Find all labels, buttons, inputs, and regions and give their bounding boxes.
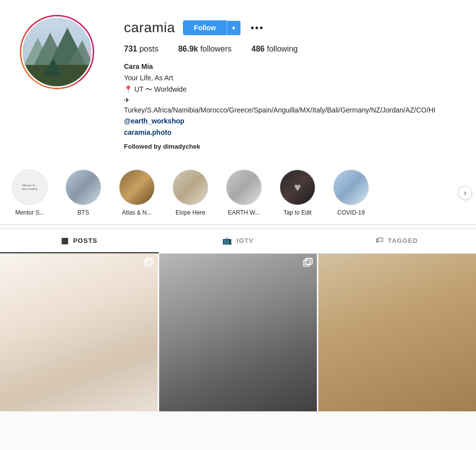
grid-item-g1[interactable] (0, 254, 158, 411)
followers-label: followers (200, 45, 232, 53)
followers-count: 86.9k (178, 45, 198, 53)
follow-button[interactable]: Follow (183, 20, 227, 35)
posts-label: posts (139, 45, 158, 53)
svg-rect-10 (146, 259, 152, 265)
svg-point-7 (50, 63, 56, 69)
photo-grid (0, 254, 476, 411)
following-count: 486 (251, 45, 265, 53)
highlight-circle-covid (333, 169, 369, 205)
highlight-label-edit: Tap to Edit (284, 209, 312, 216)
profile-header: caramia Follow ▾ ••• (124, 20, 466, 36)
following-label: following (267, 45, 298, 53)
avatar (21, 16, 93, 88)
followed-by: Followed by dimadychek (124, 142, 466, 152)
bio-travel: ✈ Turkey/S.Africa/Namibia/Morocco/Greece… (124, 96, 382, 115)
highlight-item-earth[interactable]: EARTH W... (224, 169, 264, 216)
mention-link[interactable]: @earth_workshop (124, 117, 184, 125)
highlight-image-mentor: Mentor S...text content (12, 170, 47, 205)
posts-stat[interactable]: 731 posts (124, 45, 158, 54)
highlight-circle-mentor: Mentor S...text content (12, 169, 48, 205)
highlight-label-earth: EARTH W... (228, 209, 260, 216)
tab-label-tagged: TAGGED (388, 237, 418, 244)
highlights-container: Mentor S...text contentMentor S...BTSAtl… (10, 169, 371, 216)
multi-post-icon-g2 (303, 258, 313, 268)
highlight-label-elope: Elope Here (176, 209, 205, 216)
highlight-item-bts[interactable]: BTS (63, 169, 103, 216)
bio-location: 📍 UT 〜 Worldwide (124, 84, 466, 95)
svg-rect-8 (50, 69, 55, 75)
action-buttons: Follow ▾ (183, 20, 240, 35)
grid-item-g2[interactable] (159, 254, 317, 411)
highlight-item-mentor[interactable]: Mentor S...text contentMentor S... (10, 169, 50, 216)
avatar-image (23, 18, 91, 86)
avatar-ring[interactable] (20, 15, 94, 89)
multi-post-icon-g1 (144, 258, 154, 268)
highlight-label-mentor: Mentor S... (15, 209, 45, 216)
highlight-image-edit (280, 170, 315, 205)
highlight-circle-edit (280, 169, 315, 205)
highlight-circle-elope (173, 169, 208, 205)
highlight-circle-earth (226, 169, 262, 205)
followers-stat[interactable]: 86.9k followers (178, 45, 232, 54)
highlight-item-edit[interactable]: Tap to Edit (278, 169, 317, 216)
tab-label-igtv: IGTV (237, 237, 253, 244)
highlight-item-covid[interactable]: COVID-19 (331, 169, 371, 216)
tab-icon-posts: ▦ (61, 236, 69, 245)
website-link[interactable]: caramia.photo (124, 128, 172, 136)
followed-by-prefix: Followed by (124, 143, 163, 150)
follow-dropdown-button[interactable]: ▾ (227, 21, 240, 35)
stats-row: 731 posts 86.9k followers 486 following (124, 45, 466, 54)
highlight-circle-atlas (119, 169, 155, 205)
grid-image-g2 (159, 254, 317, 411)
highlight-label-atlas: Atlas & N... (122, 209, 152, 216)
svg-rect-13 (305, 259, 311, 265)
bio-tagline: Your Life, As Art (124, 73, 466, 83)
username: caramia (124, 20, 175, 36)
grid-image-g1 (0, 254, 158, 411)
tab-igtv[interactable]: 📺IGTV (159, 229, 317, 253)
profile-section: caramia Follow ▾ ••• 731 posts 86.9k fol… (0, 0, 476, 162)
svg-point-6 (46, 68, 60, 76)
followed-by-user[interactable]: dimadychek (163, 143, 200, 150)
more-options-button[interactable]: ••• (248, 22, 266, 34)
profile-info: caramia Follow ▾ ••• 731 posts 86.9k fol… (124, 15, 466, 152)
svg-rect-5 (23, 65, 93, 88)
highlight-label-covid: COVID-19 (337, 209, 364, 216)
highlight-label-bts: BTS (77, 209, 89, 216)
grid-item-g3[interactable] (318, 254, 476, 411)
highlight-item-atlas[interactable]: Atlas & N... (117, 169, 157, 216)
tab-icon-tagged: 🏷 (375, 236, 384, 245)
bio-section: Cara Mia Your Life, As Art 📍 UT 〜 Worldw… (124, 61, 466, 152)
grid-image-g3 (318, 254, 476, 411)
bio-mention[interactable]: @earth_workshop (124, 116, 466, 126)
highlights-section: Mentor S...text contentMentor S...BTSAtl… (0, 162, 476, 224)
tab-tagged[interactable]: 🏷TAGGED (317, 229, 476, 253)
highlight-circle-bts (65, 169, 101, 205)
tab-posts[interactable]: ▦POSTS (0, 229, 159, 253)
bio-name: Cara Mia (124, 61, 466, 72)
tab-label-posts: POSTS (73, 237, 97, 244)
highlight-item-elope[interactable]: Elope Here (171, 169, 210, 216)
highlights-next-button[interactable]: › (458, 186, 472, 200)
avatar-svg (23, 18, 93, 88)
following-stat[interactable]: 486 following (251, 45, 298, 54)
bio-website[interactable]: caramia.photo (124, 127, 466, 138)
tab-icon-igtv: 📺 (222, 236, 233, 245)
tab-bar: ▦POSTS📺IGTV🏷TAGGED (0, 229, 476, 254)
posts-count: 731 (124, 45, 137, 53)
